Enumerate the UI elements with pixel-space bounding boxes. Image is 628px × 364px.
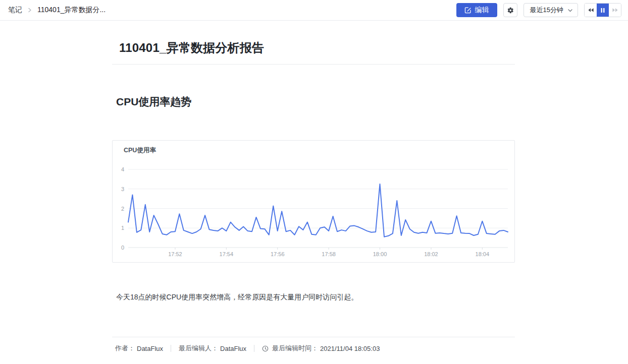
fast-forward-button[interactable] xyxy=(609,4,621,17)
author-value: DataFlux xyxy=(137,345,163,352)
time-range-value: 最近15分钟 xyxy=(530,6,563,15)
topbar: 笔记 110401_异常数据分... 编辑 最近15分钟 xyxy=(0,0,628,21)
last-editor-label: 最后编辑人： xyxy=(179,344,218,353)
edit-button-label: 编辑 xyxy=(475,6,489,15)
svg-text:0: 0 xyxy=(121,245,124,251)
chevron-right-icon xyxy=(27,8,32,13)
breadcrumb-item-notes[interactable]: 笔记 xyxy=(8,6,22,15)
meta-separator xyxy=(171,345,171,352)
svg-text:17:58: 17:58 xyxy=(322,251,336,257)
last-edit-time-label: 最后编辑时间： xyxy=(272,344,318,353)
edit-button[interactable]: 编辑 xyxy=(456,3,497,17)
svg-text:2: 2 xyxy=(121,206,124,212)
meta-separator xyxy=(254,345,254,352)
footer-divider xyxy=(112,337,515,337)
pause-button[interactable] xyxy=(597,4,609,17)
cpu-usage-line-chart[interactable]: 0123417:5217:5417:5617:5818:0018:0218:04 xyxy=(113,141,514,262)
svg-text:17:56: 17:56 xyxy=(271,251,285,257)
chart-panel: 0123417:5217:5417:5617:5818:0018:0218:04… xyxy=(112,140,515,263)
pause-icon xyxy=(600,8,605,13)
page-title: 110401_异常数据分析报告 xyxy=(119,40,264,56)
chart-title: CPU使用率 xyxy=(124,146,156,155)
svg-text:17:52: 17:52 xyxy=(168,251,182,257)
chevron-down-icon xyxy=(567,8,573,13)
gear-icon xyxy=(506,7,514,14)
author-meta: 作者： DataFlux xyxy=(115,344,163,353)
rewind-icon xyxy=(588,8,594,13)
author-label: 作者： xyxy=(115,344,135,353)
svg-text:17:54: 17:54 xyxy=(220,251,234,257)
settings-button[interactable] xyxy=(503,3,517,17)
fast-forward-icon xyxy=(612,8,618,13)
last-editor-value: DataFlux xyxy=(220,345,246,352)
last-edit-time-meta: 最后编辑时间： 2021/11/04 18:05:03 xyxy=(262,344,380,353)
svg-text:18:02: 18:02 xyxy=(424,251,438,257)
breadcrumb: 笔记 110401_异常数据分... xyxy=(8,6,106,15)
svg-text:1: 1 xyxy=(121,225,124,231)
edit-icon xyxy=(464,7,472,14)
rewind-button[interactable] xyxy=(585,4,597,17)
last-edit-time-value: 2021/11/04 18:05:03 xyxy=(320,345,380,352)
svg-text:18:04: 18:04 xyxy=(476,251,490,257)
svg-text:3: 3 xyxy=(121,186,124,192)
last-editor-meta: 最后编辑人： DataFlux xyxy=(179,344,246,353)
svg-text:4: 4 xyxy=(121,166,124,172)
title-divider xyxy=(112,64,515,65)
topbar-actions: 编辑 最近15分钟 xyxy=(456,3,621,17)
playback-controls xyxy=(584,3,621,17)
analysis-note: 今天18点的时候CPU使用率突然增高，经常原因是有大量用户同时访问引起。 xyxy=(116,292,358,301)
time-range-select[interactable]: 最近15分钟 xyxy=(524,3,578,17)
section-heading: CPU使用率趋势 xyxy=(116,95,191,109)
clock-icon xyxy=(262,345,269,352)
breadcrumb-current-note: 110401_异常数据分... xyxy=(37,6,106,15)
svg-text:18:00: 18:00 xyxy=(373,251,387,257)
note-meta-footer: 作者： DataFlux 最后编辑人： DataFlux 最后编辑时间： 202… xyxy=(115,344,380,353)
